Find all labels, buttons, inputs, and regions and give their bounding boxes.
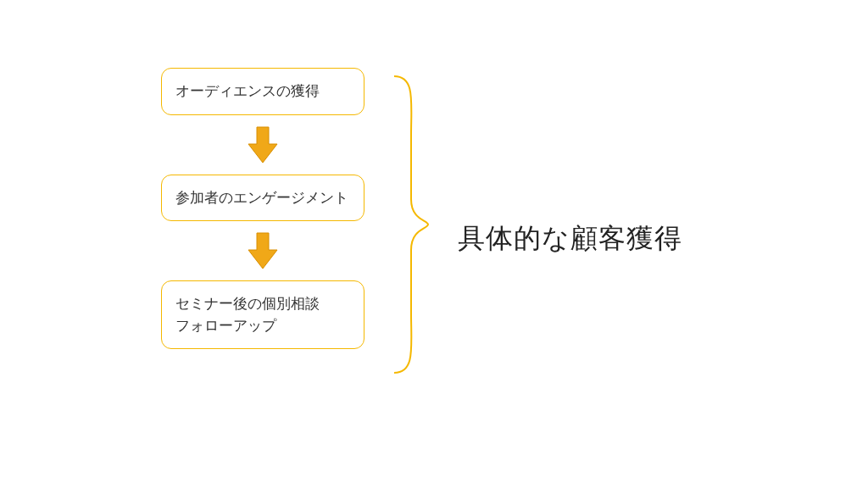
flow-column: オーディエンスの獲得 参加者のエンゲージメント セミナー後の個別相談 フォローア… <box>157 68 369 349</box>
flow-step-1: オーディエンスの獲得 <box>161 68 364 115</box>
flow-step-3-line2: フォローアップ <box>175 318 276 334</box>
flow-step-3-line1: セミナー後の個別相談 <box>175 296 320 312</box>
arrow-down-icon <box>247 231 279 270</box>
summary-label: 具体的な顧客獲得 <box>458 220 682 258</box>
flow-step-3: セミナー後の個別相談 フォローアップ <box>161 280 364 349</box>
arrow-down-icon <box>247 125 279 164</box>
flow-step-1-label: オーディエンスの獲得 <box>175 83 320 99</box>
flow-step-2: 参加者のエンゲージメント <box>161 175 364 222</box>
curly-brace-icon <box>386 68 437 385</box>
flow-step-2-label: 参加者のエンゲージメント <box>175 190 348 206</box>
